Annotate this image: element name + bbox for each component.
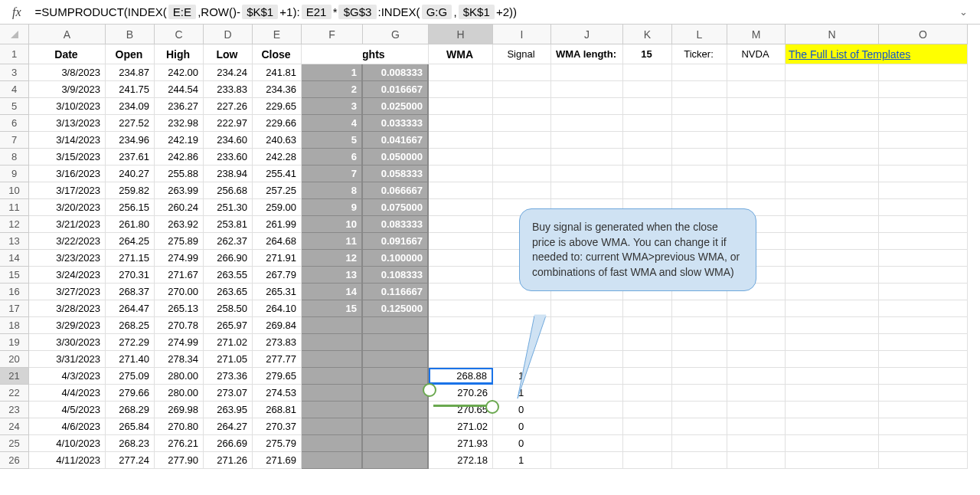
cell[interactable]: 227.26 bbox=[204, 98, 253, 115]
cell[interactable]: 4/10/2023 bbox=[29, 435, 106, 452]
cell[interactable]: 3/28/2023 bbox=[29, 300, 106, 317]
cell[interactable]: 258.50 bbox=[204, 300, 253, 317]
cell[interactable]: Weights bbox=[363, 44, 429, 64]
row-header[interactable]: 13 bbox=[0, 233, 29, 250]
cell[interactable] bbox=[786, 334, 879, 351]
cell[interactable]: 253.81 bbox=[204, 216, 253, 233]
row-header[interactable]: 15 bbox=[0, 267, 29, 284]
cell[interactable] bbox=[302, 452, 363, 469]
cell[interactable]: 269.84 bbox=[253, 317, 302, 334]
cell[interactable]: 3/13/2023 bbox=[29, 115, 106, 132]
cell[interactable]: 3/29/2023 bbox=[29, 317, 106, 334]
cell[interactable]: 263.65 bbox=[204, 284, 253, 300]
cell[interactable] bbox=[429, 267, 493, 284]
cell[interactable] bbox=[672, 351, 727, 368]
cell[interactable]: 3/27/2023 bbox=[29, 284, 106, 300]
row-header[interactable]: 16 bbox=[0, 284, 29, 300]
cell[interactable] bbox=[786, 368, 879, 385]
cell[interactable] bbox=[672, 300, 727, 317]
cell[interactable]: 0.016667 bbox=[363, 81, 429, 98]
cell[interactable] bbox=[623, 81, 672, 98]
cell[interactable] bbox=[551, 149, 623, 166]
cell[interactable] bbox=[623, 166, 672, 182]
select-all-corner[interactable] bbox=[0, 25, 29, 44]
cell[interactable] bbox=[672, 334, 727, 351]
cell[interactable]: 269.98 bbox=[155, 402, 204, 418]
cell[interactable]: 277.77 bbox=[253, 351, 302, 368]
cell[interactable] bbox=[363, 334, 429, 351]
cell[interactable]: 256.15 bbox=[106, 199, 155, 216]
cell[interactable]: 271.67 bbox=[155, 267, 204, 284]
cell[interactable]: 0.050000 bbox=[363, 149, 429, 166]
cell[interactable] bbox=[727, 64, 786, 81]
row-header[interactable]: 19 bbox=[0, 334, 29, 351]
cell[interactable]: 263.99 bbox=[155, 182, 204, 199]
cell[interactable] bbox=[623, 132, 672, 149]
row-header[interactable]: 9 bbox=[0, 166, 29, 182]
cell[interactable]: 271.69 bbox=[253, 452, 302, 469]
col-header-C[interactable]: C bbox=[155, 25, 204, 44]
cell[interactable] bbox=[879, 182, 968, 199]
cell[interactable]: 260.24 bbox=[155, 199, 204, 216]
cell[interactable] bbox=[623, 317, 672, 334]
cell[interactable]: 236.27 bbox=[155, 98, 204, 115]
cell[interactable]: 9 bbox=[302, 199, 363, 216]
cell[interactable] bbox=[493, 166, 551, 182]
cell[interactable] bbox=[879, 149, 968, 166]
cell[interactable] bbox=[493, 149, 551, 166]
cell[interactable] bbox=[302, 418, 363, 435]
cell[interactable]: 0.100000 bbox=[363, 250, 429, 267]
cell[interactable]: 4 bbox=[302, 115, 363, 132]
cell[interactable]: 279.65 bbox=[253, 368, 302, 385]
cell[interactable]: 0 bbox=[493, 435, 551, 452]
cell[interactable] bbox=[429, 149, 493, 166]
cell[interactable] bbox=[551, 402, 623, 418]
cell[interactable]: Ticker: bbox=[672, 44, 727, 64]
cell[interactable] bbox=[623, 182, 672, 199]
cell[interactable] bbox=[551, 115, 623, 132]
cell[interactable] bbox=[302, 317, 363, 334]
templates-link[interactable]: The Full List of Templates bbox=[786, 44, 968, 64]
cell[interactable] bbox=[429, 81, 493, 98]
cell[interactable]: 3/15/2023 bbox=[29, 149, 106, 166]
cell[interactable] bbox=[363, 317, 429, 334]
cell[interactable] bbox=[429, 351, 493, 368]
cell[interactable]: 234.36 bbox=[253, 81, 302, 98]
cell[interactable]: 240.63 bbox=[253, 132, 302, 149]
cell[interactable] bbox=[879, 402, 968, 418]
cell[interactable]: 240.27 bbox=[106, 166, 155, 182]
col-header-L[interactable]: L bbox=[672, 25, 727, 44]
cell[interactable] bbox=[302, 385, 363, 402]
cell[interactable] bbox=[727, 435, 786, 452]
cell[interactable] bbox=[429, 182, 493, 199]
cell[interactable]: 265.84 bbox=[106, 418, 155, 435]
cell[interactable]: 271.26 bbox=[204, 452, 253, 469]
cell[interactable]: 259.82 bbox=[106, 182, 155, 199]
cell[interactable]: 238.94 bbox=[204, 166, 253, 182]
cell[interactable] bbox=[786, 216, 879, 233]
row-header[interactable]: 14 bbox=[0, 250, 29, 267]
cell[interactable]: 268.25 bbox=[106, 317, 155, 334]
cell[interactable] bbox=[363, 435, 429, 452]
cell[interactable] bbox=[727, 166, 786, 182]
cell[interactable]: 3/9/2023 bbox=[29, 81, 106, 98]
cell[interactable]: 3/8/2023 bbox=[29, 64, 106, 81]
cell[interactable]: 7 bbox=[302, 166, 363, 182]
cell[interactable]: 0.125000 bbox=[363, 300, 429, 317]
cell[interactable]: 274.53 bbox=[253, 385, 302, 402]
cell[interactable]: 237.61 bbox=[106, 149, 155, 166]
cell[interactable]: 277.24 bbox=[106, 452, 155, 469]
row-header[interactable]: 22 bbox=[0, 385, 29, 402]
cell[interactable] bbox=[672, 418, 727, 435]
fx-icon[interactable]: fx bbox=[3, 5, 31, 19]
cell[interactable] bbox=[786, 64, 879, 81]
cell[interactable] bbox=[623, 149, 672, 166]
cell[interactable] bbox=[879, 250, 968, 267]
cell[interactable] bbox=[727, 334, 786, 351]
cell[interactable]: 273.07 bbox=[204, 385, 253, 402]
cell[interactable] bbox=[551, 64, 623, 81]
cell[interactable]: 270.31 bbox=[106, 267, 155, 284]
cell[interactable] bbox=[551, 351, 623, 368]
cell[interactable] bbox=[363, 452, 429, 469]
cell[interactable] bbox=[493, 98, 551, 115]
